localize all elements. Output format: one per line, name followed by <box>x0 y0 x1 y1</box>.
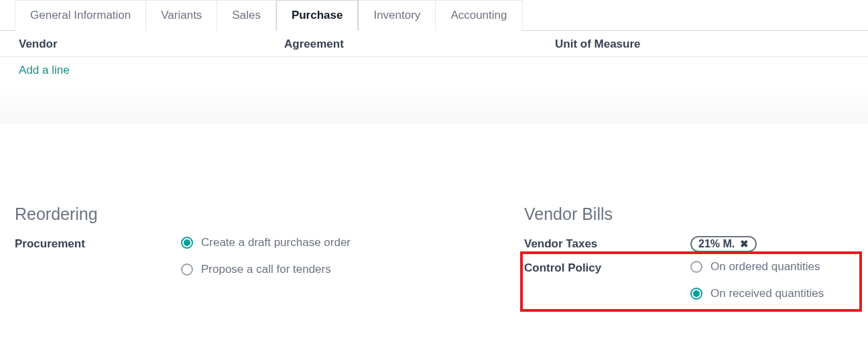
vendor-taxes-value: 21% M. <box>698 238 735 250</box>
procurement-option-call-tenders[interactable]: Propose a call for tenders <box>181 263 497 276</box>
tab-inventory[interactable]: Inventory <box>358 0 436 31</box>
vendor-bills-section: Vendor Bills Vendor Taxes 21% M. ✖ Contr… <box>524 204 853 318</box>
procurement-option-draft-po-label: Create a draft purchase order <box>201 236 351 249</box>
tab-variants[interactable]: Variants <box>146 0 217 31</box>
control-policy-option-ordered-label: On ordered quantities <box>710 260 820 274</box>
tab-purchase[interactable]: Purchase <box>276 0 359 31</box>
remove-tax-icon[interactable]: ✖ <box>740 238 749 250</box>
control-policy-option-received[interactable]: On received quantities <box>690 287 853 300</box>
column-header-vendor: Vendor <box>19 38 284 51</box>
control-policy-option-received-label: On received quantities <box>710 287 824 300</box>
vendor-table-header: Vendor Agreement Unit of Measure <box>0 31 868 57</box>
tab-bar: General Information Variants Sales Purch… <box>0 0 868 31</box>
vendor-bills-title: Vendor Bills <box>524 204 853 224</box>
form-sections: Reordering Procurement Create a draft pu… <box>0 204 868 318</box>
tab-sales[interactable]: Sales <box>217 0 276 31</box>
radio-icon <box>181 237 193 249</box>
tab-accounting[interactable]: Accounting <box>436 0 522 31</box>
tab-general-information[interactable]: General Information <box>15 0 146 31</box>
reordering-title: Reordering <box>15 204 497 224</box>
spacer <box>0 124 868 204</box>
column-header-agreement: Agreement <box>284 38 555 51</box>
procurement-option-call-tenders-label: Propose a call for tenders <box>201 263 331 276</box>
add-a-line-link[interactable]: Add a line <box>19 57 70 84</box>
column-header-uom: Unit of Measure <box>555 38 849 51</box>
vendor-taxes-label: Vendor Taxes <box>524 236 690 251</box>
radio-icon <box>690 261 702 273</box>
control-policy-option-ordered[interactable]: On ordered quantities <box>690 260 853 274</box>
radio-icon <box>181 263 193 276</box>
procurement-option-draft-po[interactable]: Create a draft purchase order <box>181 236 497 249</box>
control-policy-label: Control Policy <box>524 260 690 275</box>
vendor-table-body: Add a line <box>0 57 868 124</box>
procurement-label: Procurement <box>15 236 181 251</box>
vendor-taxes-tag[interactable]: 21% M. ✖ <box>690 236 757 252</box>
radio-icon <box>690 288 702 300</box>
reordering-section: Reordering Procurement Create a draft pu… <box>15 204 497 318</box>
